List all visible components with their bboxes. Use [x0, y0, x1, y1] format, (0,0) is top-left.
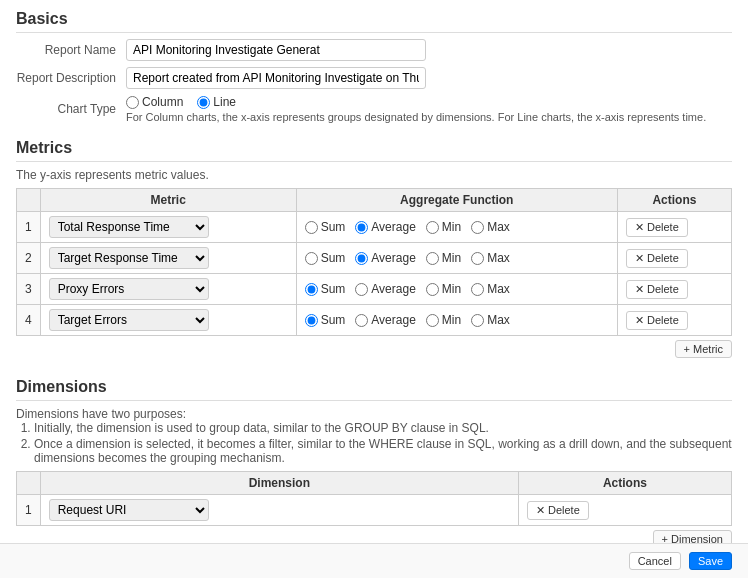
add-metric-row: + Metric: [16, 336, 732, 362]
agg-option-max[interactable]: Max: [471, 282, 510, 296]
metric-row-num: 1: [17, 212, 41, 243]
agg-label-text: Max: [487, 220, 510, 234]
agg-option-min[interactable]: Min: [426, 220, 461, 234]
agg-radio-max[interactable]: [471, 283, 484, 296]
chart-type-label: Chart Type: [16, 102, 126, 116]
agg-option-max[interactable]: Max: [471, 251, 510, 265]
agg-option-max[interactable]: Max: [471, 313, 510, 327]
agg-radio-min[interactable]: [426, 252, 439, 265]
save-button[interactable]: Save: [689, 552, 732, 570]
agg-option-max[interactable]: Max: [471, 220, 510, 234]
agg-radio-sum[interactable]: [305, 252, 318, 265]
metrics-title: Metrics: [16, 139, 732, 162]
dim-actions-cell: ✕ Delete: [518, 495, 731, 526]
agg-radio-max[interactable]: [471, 221, 484, 234]
chart-type-row: Chart Type Column Line For Column charts…: [16, 95, 732, 123]
agg-option-average[interactable]: Average: [355, 251, 415, 265]
dimensions-desc-item-1: Initially, the dimension is used to grou…: [34, 421, 732, 435]
agg-label-text: Min: [442, 313, 461, 327]
metric-actions-cell: ✕ Delete: [617, 212, 731, 243]
page: Basics Report Name Report Description Ch…: [0, 0, 748, 578]
metric-delete-button[interactable]: ✕ Delete: [626, 311, 688, 330]
agg-radio-sum[interactable]: [305, 221, 318, 234]
dim-delete-button[interactable]: ✕ Delete: [527, 501, 589, 520]
metrics-table-row: 4Total Response TimeTarget Response Time…: [17, 305, 732, 336]
agg-option-sum[interactable]: Sum: [305, 282, 346, 296]
metrics-table-row: 3Total Response TimeTarget Response Time…: [17, 274, 732, 305]
agg-option-min[interactable]: Min: [426, 251, 461, 265]
dimensions-desc-list: Initially, the dimension is used to grou…: [34, 421, 732, 465]
agg-option-min[interactable]: Min: [426, 313, 461, 327]
agg-radio-group: SumAverageMinMax: [305, 282, 609, 296]
metric-select-cell: Total Response TimeTarget Response TimeP…: [40, 212, 296, 243]
chart-type-radio-group: Column Line: [126, 95, 732, 109]
agg-label-text: Max: [487, 282, 510, 296]
agg-option-average[interactable]: Average: [355, 282, 415, 296]
agg-option-average[interactable]: Average: [355, 313, 415, 327]
agg-option-sum[interactable]: Sum: [305, 220, 346, 234]
chart-column-option[interactable]: Column: [126, 95, 183, 109]
metrics-table: Metric Aggregate Function Actions 1Total…: [16, 188, 732, 336]
agg-radio-min[interactable]: [426, 221, 439, 234]
chart-line-label: Line: [213, 95, 236, 109]
agg-radio-min[interactable]: [426, 283, 439, 296]
agg-radio-average[interactable]: [355, 221, 368, 234]
metrics-col-metric: Metric: [40, 189, 296, 212]
agg-radio-group: SumAverageMinMax: [305, 313, 609, 327]
dim-select[interactable]: Request URIProxyTargetDeveloper App: [49, 499, 209, 521]
metrics-col-num: [17, 189, 41, 212]
chart-line-option[interactable]: Line: [197, 95, 236, 109]
basics-section: Basics Report Name Report Description Ch…: [16, 10, 732, 123]
agg-radio-max[interactable]: [471, 252, 484, 265]
footer-buttons: Cancel Save: [0, 543, 748, 578]
metric-delete-button[interactable]: ✕ Delete: [626, 280, 688, 299]
add-metric-button[interactable]: + Metric: [675, 340, 732, 358]
dimensions-desc-item-2: Once a dimension is selected, it becomes…: [34, 437, 732, 465]
metric-select[interactable]: Total Response TimeTarget Response TimeP…: [49, 309, 209, 331]
dim-col-num: [17, 472, 41, 495]
agg-radio-average[interactable]: [355, 314, 368, 327]
agg-label-text: Max: [487, 251, 510, 265]
agg-radio-sum[interactable]: [305, 283, 318, 296]
agg-label-text: Min: [442, 282, 461, 296]
report-name-input[interactable]: [126, 39, 426, 61]
report-description-row: Report Description: [16, 67, 732, 89]
agg-radio-min[interactable]: [426, 314, 439, 327]
chart-column-radio[interactable]: [126, 96, 139, 109]
agg-option-average[interactable]: Average: [355, 220, 415, 234]
metric-select-cell: Total Response TimeTarget Response TimeP…: [40, 243, 296, 274]
chart-line-radio[interactable]: [197, 96, 210, 109]
metric-select-cell: Total Response TimeTarget Response TimeP…: [40, 274, 296, 305]
agg-option-min[interactable]: Min: [426, 282, 461, 296]
metric-delete-button[interactable]: ✕ Delete: [626, 249, 688, 268]
report-name-control: [126, 39, 732, 61]
dimensions-title: Dimensions: [16, 378, 732, 401]
metric-select[interactable]: Total Response TimeTarget Response TimeP…: [49, 247, 209, 269]
agg-option-sum[interactable]: Sum: [305, 251, 346, 265]
metric-select-cell: Total Response TimeTarget Response TimeP…: [40, 305, 296, 336]
report-description-control: [126, 67, 732, 89]
metrics-col-agg: Aggregate Function: [296, 189, 617, 212]
dimensions-table-row: 1Request URIProxyTargetDeveloper App✕ De…: [17, 495, 732, 526]
cancel-button[interactable]: Cancel: [629, 552, 681, 570]
dim-col-dimension: Dimension: [40, 472, 518, 495]
agg-radio-average[interactable]: [355, 252, 368, 265]
metrics-table-row: 2Total Response TimeTarget Response Time…: [17, 243, 732, 274]
chart-column-label: Column: [142, 95, 183, 109]
agg-radio-sum[interactable]: [305, 314, 318, 327]
agg-radio-max[interactable]: [471, 314, 484, 327]
metric-select[interactable]: Total Response TimeTarget Response TimeP…: [49, 278, 209, 300]
metric-actions-cell: ✕ Delete: [617, 274, 731, 305]
metric-select[interactable]: Total Response TimeTarget Response TimeP…: [49, 216, 209, 238]
dimensions-desc: Dimensions have two purposes: Initially,…: [16, 407, 732, 465]
dimensions-table: Dimension Actions 1Request URIProxyTarge…: [16, 471, 732, 526]
report-name-label: Report Name: [16, 43, 126, 57]
report-description-input[interactable]: [126, 67, 426, 89]
agg-option-sum[interactable]: Sum: [305, 313, 346, 327]
report-description-label: Report Description: [16, 71, 126, 85]
agg-label-text: Sum: [321, 282, 346, 296]
metric-delete-button[interactable]: ✕ Delete: [626, 218, 688, 237]
agg-radio-group: SumAverageMinMax: [305, 220, 609, 234]
dim-select-cell: Request URIProxyTargetDeveloper App: [40, 495, 518, 526]
agg-radio-average[interactable]: [355, 283, 368, 296]
